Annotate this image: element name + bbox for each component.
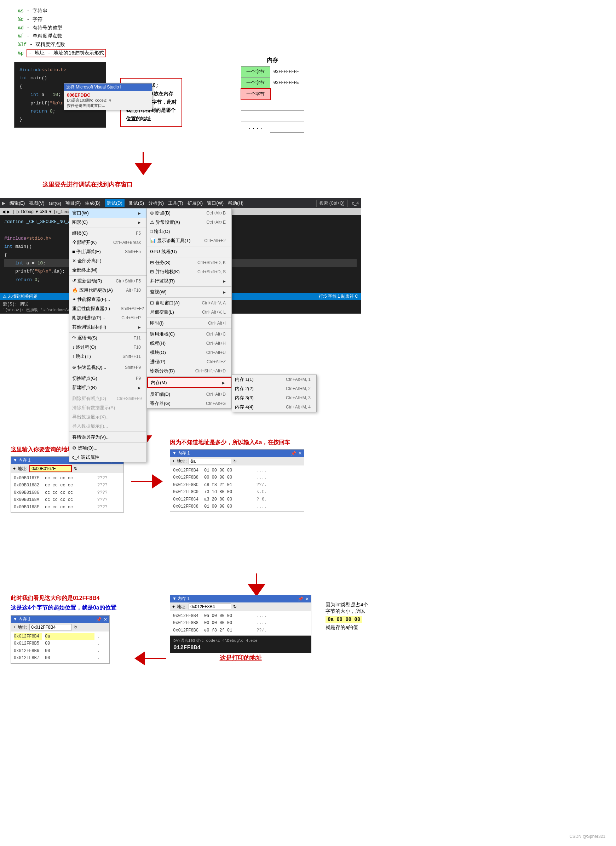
menu-item-tools[interactable]: 工具(T) [168,200,183,206]
submenu-parallelstacks[interactable]: ⊞ 并行堆栈(K) Ctrl+Shift+D, S [147,267,232,276]
refresh-icon[interactable]: ↻ [233,604,237,609]
mem-window-title: ▼ 内存 1 📌 ✕ [170,449,304,457]
mem-add-icon[interactable]: + [172,604,175,609]
menu-perfprofiler[interactable]: ✦ 性能探查器(F)... [69,295,147,304]
menu-item-edit[interactable]: 编辑(E) [10,200,25,206]
menu-debugprop[interactable]: c_4 调试属性 [69,453,147,462]
menu-options[interactable]: ⚙ 选项(O)... [69,444,147,453]
refresh-icon[interactable]: ↻ [233,459,237,464]
submenu-exceptions[interactable]: ⚠ 异常设置(X) Ctrl+Alt+E [147,218,232,227]
menu-item-analyze[interactable]: 分析(N) [148,200,164,206]
shortcut: F10 [133,345,141,350]
menu-item-help[interactable]: 帮助(H) [228,200,243,206]
menu-window[interactable]: 窗口(W) ▶ [69,209,147,218]
menu-item-build[interactable]: 生成(B) [85,200,100,206]
menu-item-label: 其他调试目标(H) [72,324,106,330]
mem-add-icon[interactable]: + [13,466,16,471]
menu-stepout[interactable]: ↑ 跳出(T) Shift+F11 [69,352,147,361]
menu-graphic[interactable]: 图形(C) ▶ [69,218,147,227]
mem-win-name: ▼ 内存 1 [13,616,31,622]
submenu-callstack[interactable]: 调用堆栈(C) Ctrl+Alt+C [147,329,232,339]
submenu-autos[interactable]: ⊡ 自动窗口(A) Ctrl+Alt+V, A [147,298,232,308]
submenu-memory[interactable]: 内存(M) ▶ [147,377,232,388]
menu-terminateall[interactable]: 全部终止(M) [69,266,147,275]
step3-label-container: 因为不知道地址是多少，所以输入&a，在按回车 [170,439,304,446]
menu-importdisplay[interactable]: 导入数据显示(I)... [69,422,147,431]
menu-item-debug[interactable]: 调试(D) [105,199,125,207]
pin-icon[interactable]: 📌 [291,451,296,456]
submenu-disassembly[interactable]: 反汇编(D) Ctrl+Alt+D [147,390,232,399]
submenu-item-label: 寄存器(G) [150,400,170,407]
mem-address-input[interactable] [189,458,231,464]
menu-togglebp[interactable]: 切换断点(G) F9 [69,374,147,383]
close-icon[interactable]: ✕ [104,617,107,622]
menu-restart[interactable]: ↺ 重新启动(R) Ctrl+Shift+F5 [69,276,147,286]
menu-applycode[interactable]: 🔥 应用代码更改(A) Alt+F10 [69,286,147,295]
menu-newbp[interactable]: 新建断点(B) ▶ [69,383,147,392]
menu-breakall[interactable]: 全部断开(K) Ctrl+Alt+Break [69,238,147,247]
menu-exportdisplay[interactable]: 导出数据显示(X)... [69,413,147,422]
arrow-shaft [145,658,166,659]
close-icon[interactable]: ✕ [305,596,309,601]
mem-address-input[interactable] [29,465,72,472]
submenu-immediate[interactable]: 即时(I) Ctrl+Alt+I [147,319,232,328]
menu-continue[interactable]: 继续(C) F5 [69,229,147,238]
vs-popup-path: D:\语言103期\c_code\c_4 [67,98,149,103]
close-icon[interactable]: ✕ [298,451,302,456]
mem-address-input[interactable] [189,604,231,610]
menu-stepinto[interactable]: ↷ 逐语句(S) F11 [69,333,147,343]
submenu-output[interactable]: □ 输出(O) [147,227,232,236]
submenu-diagnostics[interactable]: 📊 显示诊断工具(T) Ctrl+Alt+F2 [147,236,232,245]
submenu-locals[interactable]: 局部变量(L) Ctrl+Alt+V, L [147,308,232,317]
menu-deletebps[interactable]: 删除所有断点(D) Ctrl+Shift+F9 [69,394,147,403]
menu-stepover[interactable]: ↓ 逐过程(O) F10 [69,343,147,352]
menu-reprofiler[interactable]: 重启性能探查器(L) Shift+Alt+F2 [69,304,147,313]
menu-detachall[interactable]: ✕ 全部分离(L) [69,256,147,266]
mem-data-row: 0x012FF8B401 00 00 00.... [173,467,301,474]
menu-item-git[interactable]: Git(G) [49,201,61,206]
menu-item-project[interactable]: 项目(P) [66,200,81,206]
menu-item-window[interactable]: 窗口(W) [207,200,224,206]
submenu-watch[interactable]: 监视(W) ▶ [147,288,232,297]
refresh-icon[interactable]: ↻ [74,466,78,471]
mem-address-input[interactable] [29,624,72,630]
mem-item-4[interactable]: 内存 4(4) Ctrl+Alt+M, 4 [232,402,316,412]
submenu-modules[interactable]: 模块(O) Ctrl+Alt+U [147,348,232,357]
submenu-registers[interactable]: 寄存器(G) Ctrl+Alt+G [147,399,232,408]
menu-stopdebug[interactable]: ■ 停止调试(E) Shift+F5 [69,247,147,256]
menu-item-label: ■ 停止调试(E) [72,248,101,255]
toolbar-debug-btn[interactable]: ▷ Debug ▼ x86 ▼ [17,209,52,214]
step5-section: ▼ 内存 1 📌 ✕ + 地址: ↻ 0x012FF8B40a 00 00 00… [170,595,311,662]
submenu-gpu[interactable]: GPU 线程(U) [147,247,232,256]
submenu-parallelwatch[interactable]: 并行监视(R) ▶ [147,276,232,286]
menu-cleardisplay[interactable]: 清除所有数据显示(A) [69,403,147,413]
menu-quickwatch[interactable]: ⊛ 快速监视(Q)... Shift+F9 [69,363,147,372]
search-box[interactable]: 搜索 (Ctrl+Q) [316,200,348,207]
refresh-icon[interactable]: ↻ [74,625,78,630]
submenu-breakpoints[interactable]: ⊛ 断点(B) Ctrl+Alt+B [147,209,232,218]
shortcut: Shift+F9 [125,365,141,370]
mem-win-name: ▼ 内存 1 [172,450,190,456]
pin-icon[interactable]: 📌 [298,596,303,601]
pin-icon[interactable]: 📌 [96,617,101,622]
menu-saveerror[interactable]: 将错误另存为(V)... [69,433,147,442]
menu-item-view[interactable]: 视图(V) [29,200,44,206]
toolbar-btn[interactable]: ▶ [7,209,10,214]
submenu-processes[interactable]: 进程(P) Ctrl+Alt+Z [147,357,232,366]
menu-item-extensions[interactable]: 扩展(X) [188,200,203,206]
mem-item-2[interactable]: 内存 2(2) Ctrl+Alt+M, 2 [232,384,316,393]
submenu-threads[interactable]: 线程(H) Ctrl+Alt+H [147,339,232,348]
submenu-item-label: 并行监视(R) [150,278,175,284]
menu-othertargets[interactable]: 其他调试目标(H) ▶ [69,322,147,332]
submenu-diaganalysis[interactable]: 诊断分析(D) Ctrl+Shift+Alt+D [147,366,232,376]
mem-item-3[interactable]: 内存 3(3) Ctrl+Alt+M, 3 [232,393,316,402]
toolbar-btn[interactable]: ◀ [2,209,5,214]
menu-attach[interactable]: 附加到进程(P)... Ctrl+Alt+P [69,313,147,322]
separator [69,332,147,333]
mem-item-1[interactable]: 内存 1(1) Ctrl+Alt+M, 1 [232,375,316,384]
mem-add-icon[interactable]: + [13,625,16,630]
submenu-tasks[interactable]: ⊟ 任务(S) Ctrl+Shift+D, K [147,258,232,267]
mem-add-icon[interactable]: + [172,459,175,464]
separator [69,442,147,443]
menu-item-test[interactable]: 测试(S) [129,200,144,206]
